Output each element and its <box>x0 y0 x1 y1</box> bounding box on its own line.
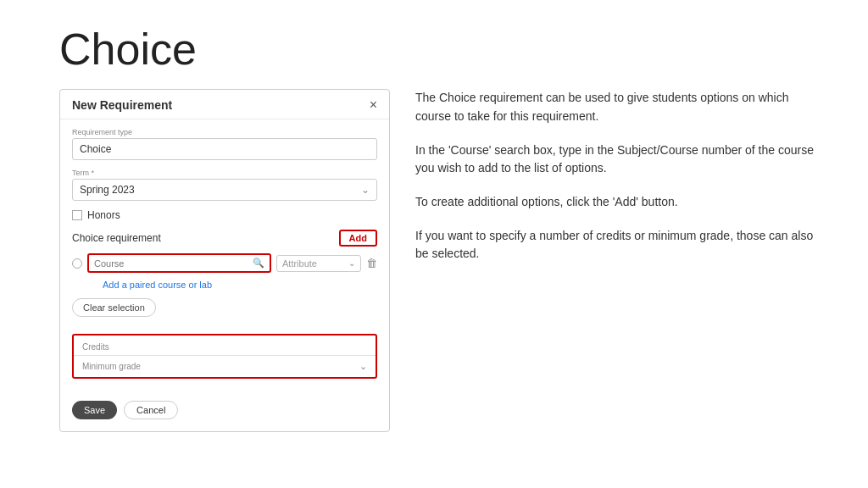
grade-chevron-icon: ⌄ <box>359 361 367 372</box>
honors-label: Honors <box>87 209 120 221</box>
term-select[interactable]: Spring 2023 ⌄ <box>72 179 377 201</box>
modal-footer: Save Cancel <box>60 396 389 428</box>
search-icon: 🔍 <box>253 258 264 269</box>
course-radio-button[interactable] <box>72 258 82 269</box>
modal-header: New Requirement × <box>60 90 389 119</box>
requirement-type-label: Requirement type <box>72 128 377 136</box>
honors-checkbox[interactable] <box>72 210 82 220</box>
cancel-button[interactable]: Cancel <box>124 401 178 419</box>
attribute-chevron-icon: ⌄ <box>348 258 355 268</box>
modal-panel: New Requirement × Requirement type Choic… <box>59 89 390 432</box>
requirement-type-field: Requirement type Choice <box>72 128 377 160</box>
term-chevron-icon: ⌄ <box>361 184 370 196</box>
term-field: Term * Spring 2023 ⌄ <box>72 169 377 201</box>
term-value: Spring 2023 <box>80 184 135 196</box>
requirement-type-value: Choice <box>72 138 377 160</box>
credits-field[interactable]: Credits <box>74 336 376 356</box>
description-panel: The Choice requirement can be used to gi… <box>415 89 826 279</box>
add-paired-link[interactable]: Add a paired course or lab <box>103 280 212 290</box>
modal-body: Requirement type Choice Term * Spring 20… <box>60 119 389 396</box>
choice-requirement-header: Choice requirement Add <box>72 230 377 247</box>
modal-title: New Requirement <box>72 98 172 112</box>
course-input-wrapper[interactable]: 🔍 <box>87 253 271 273</box>
save-button[interactable]: Save <box>72 401 117 419</box>
course-row: 🔍 Attribute ⌄ 🗑 <box>72 253 377 273</box>
delete-icon[interactable]: 🗑 <box>366 257 377 269</box>
credits-label: Credits <box>82 342 367 352</box>
grade-label: Minimum grade <box>82 362 141 371</box>
description-paragraph-2: In the 'Course' search box, type in the … <box>415 141 826 178</box>
add-button[interactable]: Add <box>339 230 377 247</box>
credits-section: Credits Minimum grade ⌄ <box>72 334 377 379</box>
clear-selection-button[interactable]: Clear selection <box>72 298 156 317</box>
attribute-placeholder: Attribute <box>282 258 317 269</box>
choice-requirement-label: Choice requirement <box>72 232 161 244</box>
main-content: New Requirement × Requirement type Choic… <box>59 89 826 432</box>
description-paragraph-1: The Choice requirement can be used to gi… <box>415 89 826 125</box>
course-input[interactable] <box>94 258 253 269</box>
modal-close-button[interactable]: × <box>370 98 377 112</box>
description-paragraph-4: If you want to specify a number of credi… <box>415 227 826 263</box>
honors-row: Honors <box>72 209 377 221</box>
grade-field[interactable]: Minimum grade ⌄ <box>74 356 376 377</box>
page-title: Choice <box>59 25 826 74</box>
attribute-select[interactable]: Attribute ⌄ <box>276 255 361 272</box>
description-paragraph-3: To create additional options, click the … <box>415 193 826 212</box>
term-label: Term * <box>72 169 377 177</box>
